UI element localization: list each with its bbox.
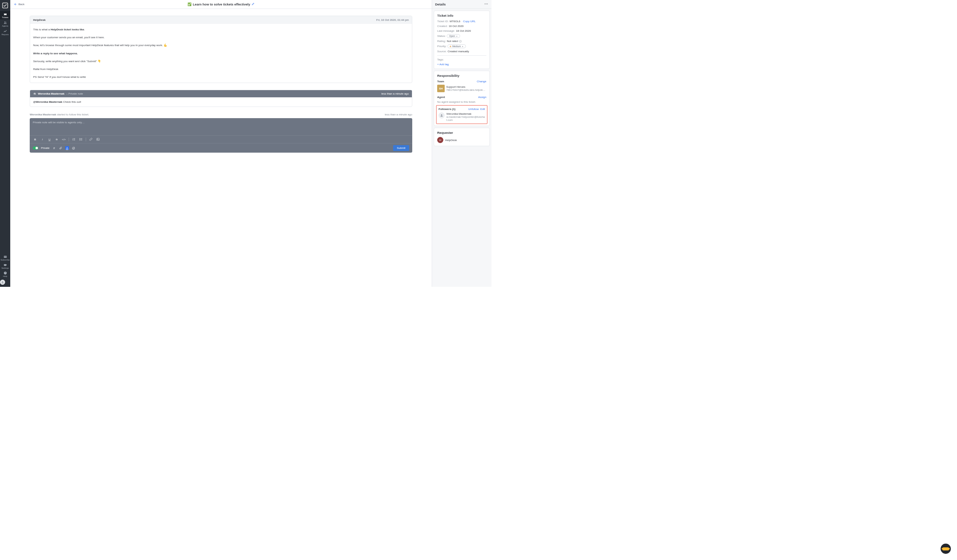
svg-point-7 — [2, 281, 3, 282]
topbar: Back ✅ Learn how to solve tickets effect… — [10, 0, 432, 9]
svg-text:?: ? — [5, 272, 6, 274]
follower-row: Weronika Masternak w.masternak+helpcente… — [439, 112, 485, 121]
sidebar-item-label: Settings — [2, 267, 9, 269]
message-time: Fri, 16 Oct 2020, 01:44 pm — [376, 19, 409, 22]
subscribe-icon — [3, 255, 7, 259]
person-icon — [1, 281, 4, 284]
message-card: HelpDesk Fri, 16 Oct 2020, 01:44 pm This… — [30, 16, 412, 83]
team-row: SH Support Heroes 786176447@tickets.labs… — [437, 85, 486, 92]
editor-toolbar: B I U S </> — [30, 135, 412, 143]
requester-avatar: H — [437, 137, 443, 143]
svg-point-1 — [4, 22, 5, 22]
incognito-icon — [33, 92, 36, 95]
ticket-icon — [3, 12, 7, 16]
details-header: Details ⋯ — [432, 0, 491, 9]
edit-followers-link[interactable]: Edit — [480, 107, 485, 110]
link-button[interactable] — [88, 137, 93, 142]
priority-dropdown[interactable]: Medium▼ — [447, 44, 466, 48]
svg-rect-4 — [4, 256, 6, 257]
edit-title-button[interactable] — [251, 2, 254, 6]
responsibility-heading: Responsibility — [437, 74, 486, 77]
user-avatar[interactable] — [0, 280, 5, 285]
divider — [86, 137, 86, 141]
svg-point-14 — [441, 114, 442, 115]
activity-time: less than a minute ago — [385, 113, 412, 116]
assign-agent-link[interactable]: Assign — [478, 96, 486, 99]
page-title: ✅ Learn how to solve tickets effectively — [188, 2, 255, 6]
gear-icon — [3, 263, 7, 267]
sidebar-item-settings[interactable]: Settings — [0, 262, 10, 270]
requester-heading: Requester — [437, 131, 486, 134]
svg-point-2 — [5, 22, 6, 22]
sidebar-item-label: Help — [3, 275, 7, 277]
hashtag-button[interactable]: # — [52, 146, 56, 150]
more-button[interactable]: ⋯ — [484, 2, 488, 6]
bold-button[interactable]: B — [33, 137, 38, 142]
sidebar-item-label: Agents — [2, 25, 8, 27]
underline-button[interactable]: U — [47, 137, 52, 142]
message-header: HelpDesk Fri, 16 Oct 2020, 01:44 pm — [30, 16, 412, 24]
sidebar-item-label: Subscribe — [1, 259, 10, 261]
copy-url-link[interactable]: Copy URL — [463, 20, 476, 23]
submit-button[interactable]: Submit — [393, 145, 409, 151]
details-title: Details — [435, 2, 446, 6]
ticket-info-heading: Ticket info — [437, 14, 486, 17]
code-button[interactable]: </> — [62, 137, 66, 142]
svg-rect-11 — [97, 138, 99, 141]
composer-textarea[interactable]: Private note will be visible to agents o… — [30, 118, 412, 135]
ticket-info-panel: Ticket info Ticket ID: MT6OL6 Copy URL C… — [434, 11, 490, 69]
text-color-button[interactable]: A — [65, 146, 69, 150]
note-author: Weronika Masternak — [38, 92, 65, 95]
left-sidebar: Tickets Agents Reports Subscribe Setting… — [0, 0, 10, 287]
sidebar-item-label: Tickets — [2, 16, 8, 19]
private-label: Private — [41, 147, 49, 150]
sidebar-item-tickets[interactable]: Tickets — [0, 11, 10, 19]
bullet-list-button[interactable] — [79, 137, 83, 142]
person-icon — [440, 114, 443, 117]
follower-avatar — [439, 112, 445, 118]
details-panel: Details ⋯ Ticket info Ticket ID: MT6OL6 … — [432, 0, 491, 287]
reports-icon — [3, 29, 7, 33]
add-tag-link[interactable]: + Add tag — [437, 63, 486, 66]
message-body: This is what a HelpDesk ticket looks lik… — [30, 24, 412, 83]
followers-section: Followers (1) Unfollow Edit Weronika Mas… — [436, 105, 487, 124]
back-button[interactable]: Back — [14, 3, 25, 6]
image-button[interactable] — [96, 137, 100, 142]
pencil-icon — [251, 2, 254, 5]
activity-line: Weronika Masternak started to follow thi… — [30, 113, 412, 116]
composer-footer: Private # A @ Submit — [30, 143, 412, 153]
reply-composer: Private note will be visible to agents o… — [30, 118, 412, 153]
private-toggle[interactable] — [33, 147, 38, 150]
info-icon[interactable] — [459, 40, 462, 43]
status-dropdown[interactable]: Open▼ — [447, 34, 460, 38]
title-emoji: ✅ — [188, 2, 192, 6]
note-time: less than a minute ago — [382, 92, 409, 95]
italic-button[interactable]: I — [40, 137, 45, 142]
main-column: Back ✅ Learn how to solve tickets effect… — [10, 0, 432, 287]
strikethrough-button[interactable]: S — [54, 137, 59, 142]
message-from: HelpDesk — [33, 19, 46, 22]
attachment-button[interactable] — [59, 146, 63, 150]
sidebar-item-subscribe[interactable]: Subscribe — [0, 254, 10, 262]
responsibility-panel: Responsibility Team Change SH Support He… — [434, 71, 490, 126]
sidebar-item-label: Reports — [2, 33, 8, 36]
help-icon: ? — [3, 271, 7, 275]
change-team-link[interactable]: Change — [477, 80, 486, 83]
divider — [69, 137, 69, 141]
sidebar-item-reports[interactable]: Reports — [0, 28, 10, 36]
agents-icon — [3, 21, 7, 25]
unfollow-link[interactable]: Unfollow — [468, 107, 479, 110]
title-text: Learn how to solve tickets effectively — [193, 2, 250, 6]
sidebar-item-agents[interactable]: Agents — [0, 19, 10, 28]
conversation-area: HelpDesk Fri, 16 Oct 2020, 01:44 pm This… — [10, 9, 432, 287]
mention-button[interactable]: @ — [72, 146, 76, 150]
note-tag: – Private note — [66, 92, 83, 95]
ordered-list-button[interactable] — [71, 137, 76, 142]
requester-row: H HelpDesk — [437, 137, 486, 143]
private-note-card: Weronika Masternak – Private note less t… — [30, 90, 412, 107]
back-label: Back — [19, 3, 25, 6]
sidebar-item-help[interactable]: ? Help — [0, 270, 10, 278]
note-body: @Weronika Masternak Check this out! — [30, 97, 412, 107]
app-logo[interactable] — [2, 2, 8, 9]
requester-panel: Requester H HelpDesk — [434, 128, 490, 146]
